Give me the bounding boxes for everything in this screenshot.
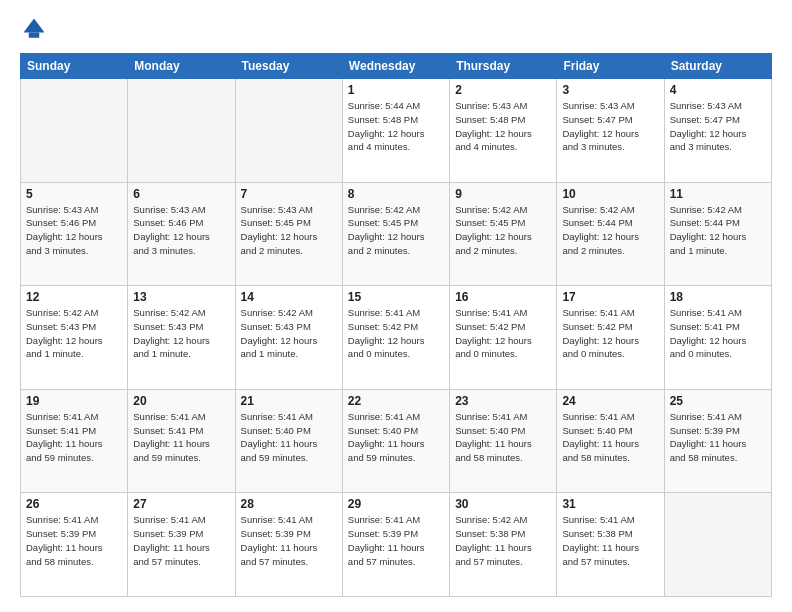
- day-cell: 19Sunrise: 5:41 AM Sunset: 5:41 PM Dayli…: [21, 389, 128, 493]
- day-cell: 10Sunrise: 5:42 AM Sunset: 5:44 PM Dayli…: [557, 182, 664, 286]
- day-cell: 22Sunrise: 5:41 AM Sunset: 5:40 PM Dayli…: [342, 389, 449, 493]
- day-number: 24: [562, 394, 658, 408]
- day-info: Sunrise: 5:42 AM Sunset: 5:45 PM Dayligh…: [348, 203, 444, 258]
- day-cell: 21Sunrise: 5:41 AM Sunset: 5:40 PM Dayli…: [235, 389, 342, 493]
- day-number: 19: [26, 394, 122, 408]
- day-info: Sunrise: 5:42 AM Sunset: 5:44 PM Dayligh…: [670, 203, 766, 258]
- day-number: 3: [562, 83, 658, 97]
- day-cell: 16Sunrise: 5:41 AM Sunset: 5:42 PM Dayli…: [450, 286, 557, 390]
- day-cell: [21, 79, 128, 183]
- day-cell: 30Sunrise: 5:42 AM Sunset: 5:38 PM Dayli…: [450, 493, 557, 597]
- day-cell: 28Sunrise: 5:41 AM Sunset: 5:39 PM Dayli…: [235, 493, 342, 597]
- calendar-table: SundayMondayTuesdayWednesdayThursdayFrid…: [20, 53, 772, 597]
- day-cell: 6Sunrise: 5:43 AM Sunset: 5:46 PM Daylig…: [128, 182, 235, 286]
- day-info: Sunrise: 5:41 AM Sunset: 5:39 PM Dayligh…: [133, 513, 229, 568]
- weekday-header-tuesday: Tuesday: [235, 54, 342, 79]
- day-cell: 1Sunrise: 5:44 AM Sunset: 5:48 PM Daylig…: [342, 79, 449, 183]
- day-info: Sunrise: 5:41 AM Sunset: 5:40 PM Dayligh…: [348, 410, 444, 465]
- day-cell: 18Sunrise: 5:41 AM Sunset: 5:41 PM Dayli…: [664, 286, 771, 390]
- day-cell: 17Sunrise: 5:41 AM Sunset: 5:42 PM Dayli…: [557, 286, 664, 390]
- weekday-header-row: SundayMondayTuesdayWednesdayThursdayFrid…: [21, 54, 772, 79]
- week-row-4: 19Sunrise: 5:41 AM Sunset: 5:41 PM Dayli…: [21, 389, 772, 493]
- day-cell: 15Sunrise: 5:41 AM Sunset: 5:42 PM Dayli…: [342, 286, 449, 390]
- day-number: 6: [133, 187, 229, 201]
- day-cell: 2Sunrise: 5:43 AM Sunset: 5:48 PM Daylig…: [450, 79, 557, 183]
- day-number: 20: [133, 394, 229, 408]
- day-cell: 29Sunrise: 5:41 AM Sunset: 5:39 PM Dayli…: [342, 493, 449, 597]
- day-number: 12: [26, 290, 122, 304]
- day-number: 21: [241, 394, 337, 408]
- day-cell: 13Sunrise: 5:42 AM Sunset: 5:43 PM Dayli…: [128, 286, 235, 390]
- weekday-header-thursday: Thursday: [450, 54, 557, 79]
- day-info: Sunrise: 5:41 AM Sunset: 5:39 PM Dayligh…: [241, 513, 337, 568]
- logo: [20, 15, 52, 43]
- day-number: 28: [241, 497, 337, 511]
- day-info: Sunrise: 5:41 AM Sunset: 5:42 PM Dayligh…: [348, 306, 444, 361]
- day-cell: 12Sunrise: 5:42 AM Sunset: 5:43 PM Dayli…: [21, 286, 128, 390]
- day-info: Sunrise: 5:41 AM Sunset: 5:39 PM Dayligh…: [26, 513, 122, 568]
- day-cell: 26Sunrise: 5:41 AM Sunset: 5:39 PM Dayli…: [21, 493, 128, 597]
- day-info: Sunrise: 5:42 AM Sunset: 5:38 PM Dayligh…: [455, 513, 551, 568]
- weekday-header-monday: Monday: [128, 54, 235, 79]
- day-info: Sunrise: 5:43 AM Sunset: 5:47 PM Dayligh…: [562, 99, 658, 154]
- week-row-2: 5Sunrise: 5:43 AM Sunset: 5:46 PM Daylig…: [21, 182, 772, 286]
- day-info: Sunrise: 5:42 AM Sunset: 5:45 PM Dayligh…: [455, 203, 551, 258]
- day-number: 10: [562, 187, 658, 201]
- week-row-3: 12Sunrise: 5:42 AM Sunset: 5:43 PM Dayli…: [21, 286, 772, 390]
- day-cell: 25Sunrise: 5:41 AM Sunset: 5:39 PM Dayli…: [664, 389, 771, 493]
- day-cell: 24Sunrise: 5:41 AM Sunset: 5:40 PM Dayli…: [557, 389, 664, 493]
- day-info: Sunrise: 5:41 AM Sunset: 5:42 PM Dayligh…: [455, 306, 551, 361]
- day-number: 1: [348, 83, 444, 97]
- week-row-5: 26Sunrise: 5:41 AM Sunset: 5:39 PM Dayli…: [21, 493, 772, 597]
- page: SundayMondayTuesdayWednesdayThursdayFrid…: [0, 0, 792, 612]
- day-cell: 14Sunrise: 5:42 AM Sunset: 5:43 PM Dayli…: [235, 286, 342, 390]
- day-info: Sunrise: 5:41 AM Sunset: 5:38 PM Dayligh…: [562, 513, 658, 568]
- day-cell: 5Sunrise: 5:43 AM Sunset: 5:46 PM Daylig…: [21, 182, 128, 286]
- day-number: 27: [133, 497, 229, 511]
- day-cell: 8Sunrise: 5:42 AM Sunset: 5:45 PM Daylig…: [342, 182, 449, 286]
- day-cell: 4Sunrise: 5:43 AM Sunset: 5:47 PM Daylig…: [664, 79, 771, 183]
- day-number: 22: [348, 394, 444, 408]
- day-info: Sunrise: 5:41 AM Sunset: 5:40 PM Dayligh…: [562, 410, 658, 465]
- weekday-header-friday: Friday: [557, 54, 664, 79]
- day-number: 18: [670, 290, 766, 304]
- day-number: 14: [241, 290, 337, 304]
- day-info: Sunrise: 5:41 AM Sunset: 5:40 PM Dayligh…: [241, 410, 337, 465]
- day-info: Sunrise: 5:41 AM Sunset: 5:39 PM Dayligh…: [670, 410, 766, 465]
- day-info: Sunrise: 5:43 AM Sunset: 5:47 PM Dayligh…: [670, 99, 766, 154]
- day-number: 29: [348, 497, 444, 511]
- day-number: 11: [670, 187, 766, 201]
- weekday-header-sunday: Sunday: [21, 54, 128, 79]
- day-cell: 23Sunrise: 5:41 AM Sunset: 5:40 PM Dayli…: [450, 389, 557, 493]
- day-number: 31: [562, 497, 658, 511]
- day-cell: [664, 493, 771, 597]
- day-info: Sunrise: 5:42 AM Sunset: 5:43 PM Dayligh…: [241, 306, 337, 361]
- logo-icon: [20, 15, 48, 43]
- day-info: Sunrise: 5:42 AM Sunset: 5:44 PM Dayligh…: [562, 203, 658, 258]
- day-info: Sunrise: 5:41 AM Sunset: 5:41 PM Dayligh…: [670, 306, 766, 361]
- day-cell: 31Sunrise: 5:41 AM Sunset: 5:38 PM Dayli…: [557, 493, 664, 597]
- day-number: 17: [562, 290, 658, 304]
- day-cell: 7Sunrise: 5:43 AM Sunset: 5:45 PM Daylig…: [235, 182, 342, 286]
- svg-marker-0: [24, 19, 45, 33]
- day-info: Sunrise: 5:43 AM Sunset: 5:46 PM Dayligh…: [26, 203, 122, 258]
- day-number: 7: [241, 187, 337, 201]
- day-number: 5: [26, 187, 122, 201]
- day-number: 2: [455, 83, 551, 97]
- header: [20, 15, 772, 43]
- day-number: 8: [348, 187, 444, 201]
- svg-rect-1: [29, 33, 40, 38]
- day-number: 23: [455, 394, 551, 408]
- day-cell: [235, 79, 342, 183]
- day-cell: 9Sunrise: 5:42 AM Sunset: 5:45 PM Daylig…: [450, 182, 557, 286]
- day-cell: 11Sunrise: 5:42 AM Sunset: 5:44 PM Dayli…: [664, 182, 771, 286]
- day-number: 26: [26, 497, 122, 511]
- day-info: Sunrise: 5:43 AM Sunset: 5:45 PM Dayligh…: [241, 203, 337, 258]
- day-cell: 27Sunrise: 5:41 AM Sunset: 5:39 PM Dayli…: [128, 493, 235, 597]
- day-info: Sunrise: 5:42 AM Sunset: 5:43 PM Dayligh…: [133, 306, 229, 361]
- day-info: Sunrise: 5:42 AM Sunset: 5:43 PM Dayligh…: [26, 306, 122, 361]
- day-cell: 20Sunrise: 5:41 AM Sunset: 5:41 PM Dayli…: [128, 389, 235, 493]
- day-info: Sunrise: 5:43 AM Sunset: 5:48 PM Dayligh…: [455, 99, 551, 154]
- weekday-header-wednesday: Wednesday: [342, 54, 449, 79]
- weekday-header-saturday: Saturday: [664, 54, 771, 79]
